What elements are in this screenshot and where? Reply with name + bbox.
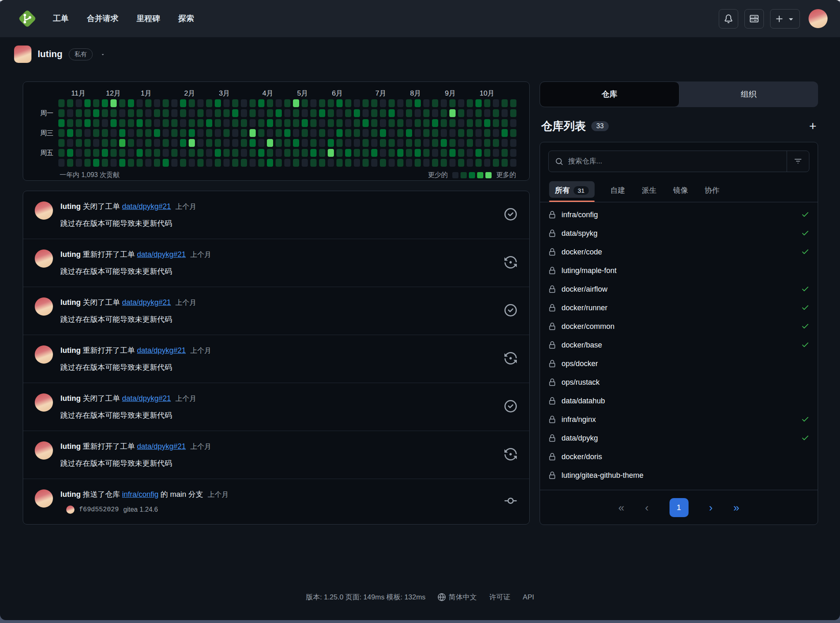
repo-name[interactable]: docker/airflow	[562, 285, 607, 294]
pagination-last[interactable]: »	[733, 502, 739, 513]
heatmap-cell	[397, 139, 403, 147]
repo-row[interactable]: docker/common	[548, 317, 809, 336]
repo-row[interactable]: docker/doris	[548, 448, 809, 466]
repo-row[interactable]: luting/maple-font	[548, 261, 809, 280]
repo-row[interactable]: data/datahub	[548, 392, 809, 410]
repo-name[interactable]: docker/doris	[562, 453, 602, 461]
heatmap-cell	[475, 99, 482, 107]
feed-target-link[interactable]: infra/config	[122, 490, 158, 498]
feed-actor-avatar[interactable]	[35, 489, 53, 508]
heatmap-cell	[84, 139, 91, 147]
repo-filter-派生[interactable]: 派生	[641, 181, 658, 202]
license-link[interactable]: 许可证	[489, 592, 510, 602]
pagination-prev[interactable]: ‹	[645, 502, 649, 513]
nav-item-milestones[interactable]: 里程碑	[137, 13, 160, 24]
notifications-button[interactable]	[719, 9, 738, 29]
heatmap-cell	[458, 129, 464, 137]
repo-row[interactable]: docker/code	[548, 243, 809, 261]
profile-dropdown-icon[interactable]	[101, 52, 105, 57]
create-new-button[interactable]	[770, 9, 800, 29]
heatmap-cell	[145, 129, 151, 137]
feed-actor-name[interactable]: luting	[60, 394, 81, 403]
repo-row[interactable]: ops/docker	[548, 355, 809, 373]
repo-row[interactable]: data/dpykg	[548, 429, 809, 448]
repo-name[interactable]: infra/nginx	[562, 415, 596, 424]
feed-actor-avatar[interactable]	[35, 393, 53, 412]
filter-count-badge: 31	[574, 186, 589, 195]
feed-actor-name[interactable]: luting	[60, 442, 81, 450]
nav-item-issues[interactable]: 工单	[53, 13, 69, 24]
pagination-current-page[interactable]: 1	[670, 498, 689, 517]
repo-row[interactable]: infra/config	[548, 206, 809, 224]
repo-row[interactable]: data/spykg	[548, 224, 809, 243]
lock-icon	[548, 416, 556, 424]
repo-filter-协作[interactable]: 协作	[704, 181, 720, 202]
pagination-first[interactable]: «	[618, 502, 624, 513]
feed-actor-avatar[interactable]	[35, 345, 53, 364]
api-link[interactable]: API	[523, 593, 534, 601]
feed-target-link[interactable]: data/dpykg#21	[122, 202, 171, 211]
repo-name[interactable]: data/dpykg	[562, 434, 598, 443]
repo-row[interactable]: docker/runner	[548, 299, 809, 317]
heatmap-cell	[119, 99, 125, 107]
feed-item-comment: 跳过存在版本可能导致未更新代码	[60, 458, 497, 468]
feed-target-link[interactable]: data/dpykg#21	[137, 442, 186, 450]
nav-item-explore[interactable]: 探索	[178, 13, 194, 24]
repo-filter-镜像[interactable]: 镜像	[672, 181, 689, 202]
nav-item-merge-requests[interactable]: 合并请求	[87, 13, 118, 24]
feed-actor-avatar[interactable]	[35, 441, 53, 460]
repo-name[interactable]: docker/code	[562, 248, 602, 256]
heatmap-cell	[93, 149, 99, 157]
heatmap-cell	[250, 129, 256, 137]
repo-row[interactable]: docker/airflow	[548, 280, 809, 299]
commit-sha[interactable]: f69d552029	[79, 506, 119, 513]
feed-target-link[interactable]: data/dpykg#21	[137, 250, 186, 259]
profile-avatar[interactable]	[14, 46, 31, 63]
repo-name[interactable]: data/spykg	[562, 229, 598, 238]
repo-row[interactable]: ops/rustack	[548, 373, 809, 392]
feed-actor-name[interactable]: luting	[60, 346, 81, 355]
repo-filter-所有[interactable]: 所有31	[549, 181, 595, 202]
tab-repositories[interactable]: 仓库	[540, 81, 679, 107]
repo-name[interactable]: luting/maple-font	[562, 266, 617, 275]
feed-actor-name[interactable]: luting	[60, 202, 81, 211]
repo-name[interactable]: ops/docker	[562, 359, 598, 368]
admin-panel-button[interactable]	[744, 9, 764, 29]
feed-target-link[interactable]: data/dpykg#21	[137, 346, 186, 355]
heatmap-cell	[415, 129, 421, 137]
heatmap-cell	[215, 159, 221, 167]
language-selector[interactable]: 简体中文	[438, 592, 477, 602]
tab-organizations[interactable]: 组织	[679, 81, 818, 107]
feed-actor-name[interactable]: luting	[60, 298, 81, 307]
feed-actor-avatar[interactable]	[35, 249, 53, 268]
repo-name[interactable]: docker/runner	[562, 304, 607, 312]
repo-name[interactable]: data/datahub	[562, 397, 605, 405]
user-avatar[interactable]	[809, 9, 828, 28]
add-repo-button[interactable]: +	[809, 120, 816, 132]
heatmap-cell	[232, 99, 238, 107]
repo-row[interactable]: luting/gitea-github-theme	[548, 466, 809, 485]
repo-name[interactable]: docker/base	[562, 341, 602, 350]
repo-row[interactable]: docker/base	[548, 336, 809, 355]
repo-row[interactable]: infra/nginx	[548, 410, 809, 429]
heatmap-month-label: 8月	[410, 89, 421, 98]
repo-filter-自建[interactable]: 自建	[610, 181, 626, 202]
heatmap-cell	[284, 99, 290, 107]
feed-target-link[interactable]: data/dpykg#21	[122, 298, 171, 307]
feed-actor-name[interactable]: luting	[60, 490, 81, 498]
pagination-next[interactable]: ›	[709, 502, 713, 513]
repo-name[interactable]: infra/config	[562, 211, 598, 219]
repo-name[interactable]: docker/common	[562, 322, 614, 331]
repo-name[interactable]: ops/rustack	[562, 378, 600, 387]
repo-name[interactable]: luting/gitea-github-theme	[562, 471, 643, 480]
feed-actor-name[interactable]: luting	[60, 250, 81, 259]
gitea-logo[interactable]	[17, 9, 37, 29]
heatmap-cell	[276, 159, 282, 167]
legend-swatch	[461, 172, 467, 178]
repo-search-input[interactable]	[563, 157, 787, 165]
repo-filter-button[interactable]	[787, 151, 809, 172]
feed-actor-avatar[interactable]	[35, 201, 53, 220]
heatmap-cell	[145, 99, 151, 107]
feed-actor-avatar[interactable]	[35, 297, 53, 316]
feed-target-link[interactable]: data/dpykg#21	[122, 394, 171, 403]
